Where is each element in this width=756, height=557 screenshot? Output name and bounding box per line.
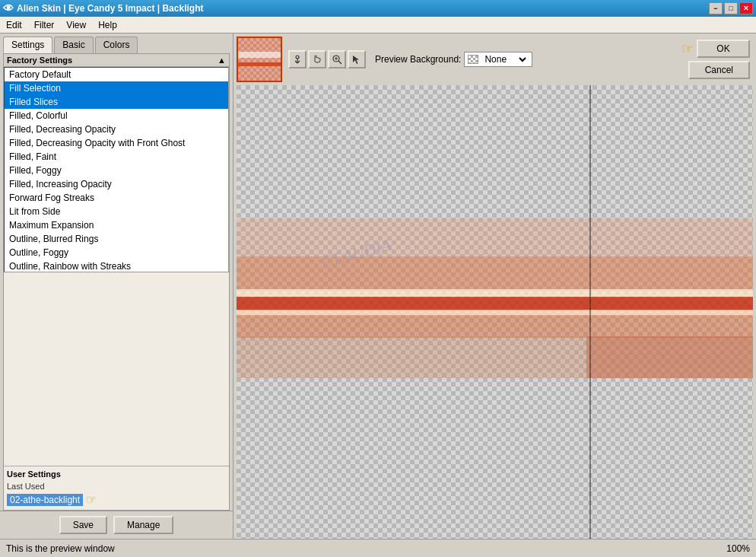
zoom-tool-button[interactable] [328, 50, 346, 68]
svg-point-0 [296, 56, 299, 59]
minimize-button[interactable]: − [709, 2, 723, 14]
menu-edit[interactable]: Edit [0, 17, 28, 33]
maximize-button[interactable]: □ [724, 2, 738, 14]
list-item[interactable]: Filled, Colorful [5, 109, 228, 123]
save-button[interactable]: Save [59, 516, 107, 534]
list-item[interactable]: Outline, Rainbow with Streaks [5, 259, 228, 272]
factory-settings-list[interactable]: Factory Default Fill Selection Filled Sl… [4, 67, 229, 272]
menu-help[interactable]: Help [92, 17, 123, 33]
user-settings-label: User Settings [7, 469, 226, 479]
titlebar-controls: − □ ✕ [709, 2, 753, 14]
list-item[interactable]: Filled, Decreasing Opacity with Front Gh… [5, 136, 228, 150]
factory-settings-label: Factory Settings [7, 56, 72, 65]
titlebar-left: 👁 Alien Skin | Eye Candy 5 Impact | Back… [3, 2, 203, 14]
manage-button[interactable]: Manage [113, 516, 173, 534]
list-item[interactable]: Filled, Decreasing Opacity [5, 123, 228, 136]
list-item[interactable]: Maximum Expansion [5, 218, 228, 232]
bg-preview-swatch [468, 55, 478, 64]
statusbar: This is the preview window 100% [0, 539, 756, 557]
user-settings-section: User Settings Last Used 02-athe-backligh… [4, 466, 229, 510]
preview-background-select[interactable]: None White Black Custom [464, 52, 532, 67]
svg-rect-17 [237, 310, 753, 316]
list-item[interactable]: Filled, Foggy [5, 164, 228, 177]
titlebar: 👁 Alien Skin | Eye Candy 5 Impact | Back… [0, 0, 756, 17]
preview-background-label: Preview Background: [375, 54, 461, 65]
user-setting-item: 02-athe-backlight ☞ [7, 492, 226, 507]
tab-settings[interactable]: Settings [3, 37, 52, 53]
tab-colors[interactable]: Colors [95, 37, 138, 53]
svg-rect-20 [586, 336, 753, 378]
ok-cursor-icon: ☞ [681, 40, 694, 57]
menu-filter[interactable]: Filter [28, 17, 61, 33]
close-button[interactable]: ✕ [739, 2, 753, 14]
menu-view[interactable]: View [60, 17, 92, 33]
zoom-level: 100% [726, 543, 750, 554]
action-buttons: ☞ OK Cancel [681, 40, 753, 79]
list-item[interactable]: Outline, Blurred Rings [5, 232, 228, 246]
list-item[interactable]: Filled Slices [5, 95, 228, 109]
svg-rect-18 [237, 315, 753, 338]
list-item[interactable]: Lit from Side [5, 205, 228, 218]
main-container: Settings Basic Colors Factory Settings ▲… [0, 33, 756, 539]
background-dropdown[interactable]: None White Black Custom [481, 53, 529, 65]
svg-rect-14 [237, 256, 753, 291]
factory-settings-header: Factory Settings ▲ [4, 54, 229, 67]
svg-line-5 [338, 61, 341, 64]
list-item[interactable]: Fill Selection [5, 81, 228, 95]
tool-buttons [288, 50, 366, 68]
status-text: This is the preview window [6, 543, 115, 554]
preview-toolbar: Preview Background: None White Black Cus… [233, 33, 756, 85]
preview-svg: CLAUDIA [237, 85, 753, 539]
settings-panel: Factory Settings ▲ Factory Default Fill … [3, 53, 230, 511]
hand-tool-button[interactable] [288, 50, 307, 68]
list-item[interactable]: Outline, Foggy [5, 246, 228, 259]
list-item[interactable]: Filled, Increasing Opacity [5, 177, 228, 191]
ok-btn-container: ☞ OK [681, 40, 750, 58]
factory-settings-list-container: Factory Default Fill Selection Filled Sl… [4, 67, 229, 466]
last-used-label: Last Used [7, 482, 226, 491]
bottom-buttons: Save Manage [0, 511, 233, 539]
grab-tool-button[interactable] [308, 50, 326, 68]
tabs: Settings Basic Colors [0, 33, 233, 53]
left-panel: Settings Basic Colors Factory Settings ▲… [0, 33, 233, 539]
svg-rect-16 [237, 297, 753, 310]
app-icon: 👁 [3, 2, 14, 14]
menubar: Edit Filter View Help [0, 17, 756, 33]
right-panel: Preview Background: None White Black Cus… [233, 33, 756, 539]
preview-window[interactable]: CLAUDIA [237, 85, 753, 539]
svg-rect-13 [237, 218, 753, 256]
ok-button[interactable]: OK [697, 40, 750, 58]
tab-basic[interactable]: Basic [54, 37, 93, 53]
cursor-pointer-icon: ☞ [86, 492, 97, 507]
cancel-button[interactable]: Cancel [688, 61, 750, 79]
arrow-tool-button[interactable] [348, 50, 366, 68]
list-item[interactable]: Forward Fog Streaks [5, 191, 228, 205]
preview-thumbnail [237, 37, 282, 82]
user-setting-name[interactable]: 02-athe-backlight [7, 494, 83, 506]
list-item[interactable]: Factory Default [5, 68, 228, 81]
collapse-icon[interactable]: ▲ [218, 56, 226, 65]
titlebar-title: Alien Skin | Eye Candy 5 Impact | Backli… [17, 3, 203, 14]
list-item[interactable]: Filled, Faint [5, 150, 228, 164]
